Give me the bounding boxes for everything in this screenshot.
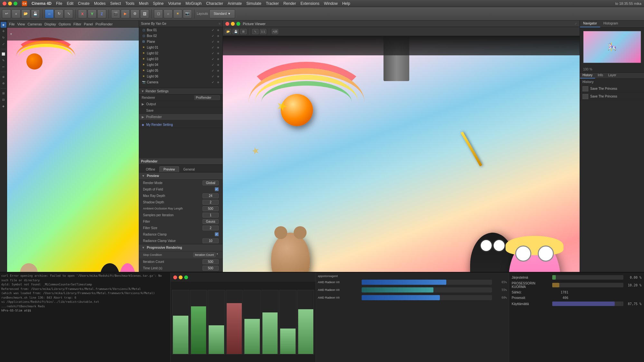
vp-tb-panel[interactable]: Panel [84,22,93,26]
rivet-tool[interactable]: ◈ [1,103,6,109]
tab-general[interactable]: General [179,166,199,172]
vp-tb-view[interactable]: View [17,22,25,26]
menu-tracker[interactable]: Tracker [266,1,279,6]
render-all-button[interactable]: ⚙ [130,9,139,18]
prorender-row[interactable]: ▶ ProRender [139,114,223,120]
new-button[interactable]: + [12,9,21,18]
table-row[interactable]: ☀ Light 01 ✓ ◉ [139,44,223,50]
tab-offline[interactable]: Offline [142,166,159,172]
menu-window[interactable]: Window [324,1,338,6]
obj-vis-light01[interactable]: ✓ [211,46,215,49]
ao-value[interactable]: 500 [203,206,219,211]
iteration-value[interactable]: 500 [203,259,219,264]
obj-lock-light06[interactable]: ◉ [216,75,220,78]
sphere-button[interactable]: ○ [164,9,173,18]
coord-y-button[interactable]: Y [88,9,97,18]
light-add-button[interactable]: ☀ [173,9,182,18]
render-view-button[interactable]: 🎬 [111,9,120,18]
max-ray-value[interactable]: 24 [203,193,219,198]
rad-clamp-val[interactable]: 10 [203,238,219,243]
obj-vis-light06[interactable]: ✓ [211,75,215,78]
menu-create[interactable]: Create [78,1,90,6]
scale-tool[interactable]: ⤢ [1,41,6,47]
progressive-section-header[interactable]: ▼ Progressive Rendering [139,244,223,251]
menu-extensions[interactable]: Extensions [300,1,319,6]
scale-tool-button[interactable]: ⤡ [64,9,73,18]
pv-close[interactable] [225,22,229,26]
move-tool-button[interactable]: ↔ [45,9,54,18]
undo-button[interactable]: ↩ [2,9,11,18]
filter-size-value[interactable]: 2 [203,226,219,230]
obj-lock-plane[interactable]: ◉ [216,40,220,43]
output-row[interactable]: ▶ Output [139,101,223,107]
menu-tools[interactable]: Tools [125,1,134,6]
table-row[interactable]: ◻ Box 02 ✓ ◉ [139,33,223,39]
obj-vis-plane[interactable]: ✓ [211,40,215,43]
menu-edit[interactable]: Edit [67,1,73,6]
table-row[interactable]: 📷 Camera ✓ ◉ [139,79,223,85]
history-tab-history[interactable]: History [580,73,595,79]
obj-lock-camera[interactable]: ◉ [216,81,220,84]
menu-mograph[interactable]: MoGraph [185,1,202,6]
vp-tb-prorender[interactable]: ProRender [96,22,113,26]
table-row[interactable]: ☀ Light 06 ✓ ◉ [139,73,223,79]
audio-min[interactable] [179,275,183,279]
menu-spline[interactable]: Spline [153,1,164,6]
dof-checkbox[interactable]: ✓ [215,187,219,191]
paint-tool[interactable]: ✎ [1,58,6,63]
minimize-button[interactable] [8,2,12,5]
table-row[interactable]: Save The Princess [580,85,644,93]
table-row[interactable]: ☀ Light 03 ✓ ◉ [139,56,223,62]
menu-simulate[interactable]: Simulate [246,1,261,6]
vp-tb-cameras[interactable]: Cameras [27,22,42,26]
vp-tb-options[interactable]: Options [59,22,71,26]
render-mode-select[interactable]: Global [203,181,219,185]
save-row[interactable]: Save [139,107,223,114]
cube-button[interactable]: ◻ [154,9,163,18]
knife-tool[interactable]: ✂ [1,64,6,70]
brush-tool[interactable]: ⊛ [1,80,6,86]
obj-lock-light02[interactable]: ◉ [216,52,220,55]
coord-x-button[interactable]: X [78,9,87,18]
picture-viewer-button[interactable]: 🖼 [140,9,149,18]
rad-clamp-checkbox[interactable]: ✓ [215,232,219,236]
maximize-button[interactable] [14,2,17,5]
obj-vis-light04[interactable]: ✓ [211,63,215,67]
obj-vis-light05[interactable]: ✓ [211,69,215,72]
rotate-tool-button[interactable]: ↻ [54,9,63,18]
coord-z-button[interactable]: Z [97,9,106,18]
table-row[interactable]: ⊟ Plane ✓ ◉ [139,39,223,44]
obj-lock-light04[interactable]: ◉ [216,63,220,66]
rotate-tool[interactable]: ↻ [1,35,6,41]
preview-section-header[interactable]: ▼ Preview [139,172,223,180]
audio-max[interactable] [184,275,188,279]
obj-lock-light03[interactable]: ◉ [216,58,220,60]
my-render-setting-row[interactable]: ◈ My Render Setting [139,122,223,128]
nav-tab-histogram[interactable]: Histogram [600,21,621,27]
table-row[interactable]: Save The Princess [580,93,644,100]
nav-tab-navigator[interactable]: Navigator [580,21,600,27]
obj-lock-light05[interactable]: ◉ [216,69,220,72]
menu-render[interactable]: Render [283,1,296,6]
history-tab-layer[interactable]: Layer [606,73,619,79]
box-select-tool[interactable]: ⬜ [1,51,6,57]
pv-window-controls[interactable] [225,22,240,26]
pv-minimize[interactable] [231,22,235,26]
render-button[interactable]: ▶ [121,9,130,18]
pv-save-button[interactable]: 💾 [232,29,239,34]
iteration-count-select[interactable]: Iteration Count [193,253,215,257]
vp-tb-file[interactable]: File [9,22,15,26]
audio-close[interactable] [173,275,177,279]
obj-lock-box01[interactable]: ◉ [216,29,220,32]
obj-lock-box02[interactable]: ◉ [216,34,220,37]
obj-vis-light02[interactable]: ✓ [211,51,215,55]
window-controls[interactable] [3,2,17,5]
menu-mesh[interactable]: Mesh [139,1,148,6]
table-row[interactable]: ☀ Light 05 ✓ ◉ [139,68,223,73]
spi-value[interactable]: 1 [203,213,219,218]
pv-clone-button[interactable]: ⊞ [240,29,247,34]
viewport[interactable]: ▼ ProRender: Iteration: 500/500, Progres… [7,28,139,308]
time-limit-value[interactable]: 500 [203,266,219,271]
shadow-value[interactable]: 2 [203,200,219,205]
close-button[interactable] [3,2,6,5]
